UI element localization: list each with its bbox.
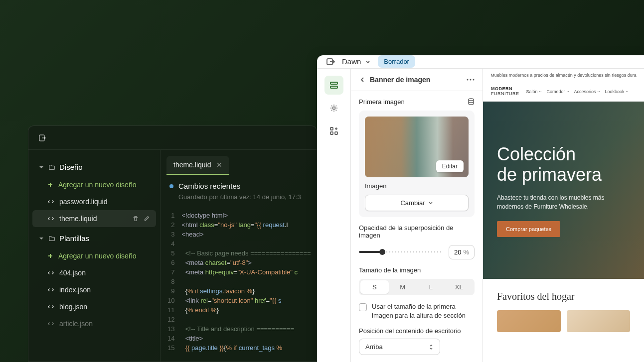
plus-icon [47, 253, 53, 259]
status-dot [169, 184, 173, 188]
hero-cta-button[interactable]: Comprar paquetes [497, 221, 560, 237]
size-label: Tamaño de la imagen [359, 266, 475, 274]
tab-bar: theme.liquid ✕ [161, 150, 317, 175]
svg-rect-3 [330, 86, 337, 88]
nav-salon[interactable]: Salón [526, 89, 542, 94]
opacity-slider[interactable] [359, 251, 443, 253]
chevron-left-icon[interactable] [359, 76, 366, 83]
code-file-icon [47, 269, 54, 276]
nav-lookbook[interactable]: Lookbook [605, 89, 629, 94]
svg-point-8 [467, 79, 469, 80]
code-file-icon [47, 215, 54, 222]
database-icon[interactable] [468, 98, 475, 105]
editor-header [28, 126, 317, 150]
draft-badge: Borrador [378, 55, 415, 68]
checkbox-label: Usar el tamaño de la primera imagen para… [372, 302, 475, 320]
announcement-bar: Muebles modernos a precios de almacén y … [483, 69, 644, 82]
tab-theme[interactable]: theme.liquid ✕ [166, 156, 229, 175]
size-m[interactable]: M [389, 280, 417, 294]
recent-title: Cambios recientes [178, 182, 240, 190]
section-label: Plantillas [59, 234, 89, 242]
exit-icon[interactable] [38, 134, 46, 142]
svg-point-9 [470, 79, 472, 80]
file-404[interactable]: 404.json [32, 264, 156, 281]
opacity-value: 20 [454, 248, 461, 256]
position-select[interactable]: Arriba [359, 339, 440, 355]
theme-name: Dawn [342, 57, 361, 66]
image-type-label: Imagen [365, 182, 469, 190]
edit-icon[interactable] [143, 215, 150, 222]
size-section: Tamaño de la imagen S M L XL [351, 266, 483, 302]
code-main: theme.liquid ✕ Cambios recientes Guardad… [161, 150, 317, 362]
opacity-label: Opacidad de la superposición de imagen [359, 224, 475, 239]
size-xl[interactable]: XL [445, 280, 474, 294]
code-lines: <!doctype html> <html class="no-js" lang… [181, 211, 317, 362]
more-icon[interactable] [467, 79, 475, 81]
rail-apps-icon[interactable] [324, 121, 343, 140]
add-design-item[interactable]: Agregar un nuevo diseño [32, 176, 156, 193]
file-theme[interactable]: theme.liquid [32, 210, 156, 227]
svg-point-11 [469, 99, 474, 101]
recent-saved-text: Guardado por última vez: 14 de junio, 17… [178, 193, 308, 201]
chevron-down-icon [38, 236, 44, 241]
file-password[interactable]: password.liquid [32, 193, 156, 210]
close-icon[interactable]: ✕ [216, 161, 222, 169]
trash-icon[interactable] [132, 215, 139, 222]
hero-banner: Colección de primavera Abastece tu tiend… [483, 102, 644, 279]
exit-icon[interactable] [326, 57, 335, 66]
file-label: theme.liquid [59, 215, 97, 223]
tree-section-templates[interactable]: Plantillas [32, 229, 156, 247]
store-logo[interactable]: MODERN FURNITURE [491, 87, 519, 97]
tree-section-design[interactable]: Diseño [32, 158, 156, 176]
file-index[interactable]: index.json [32, 281, 156, 298]
plus-icon [47, 182, 53, 188]
file-label: password.liquid [59, 198, 108, 206]
file-label: 404.json [59, 269, 86, 277]
size-l[interactable]: L [417, 280, 445, 294]
store-preview: Muebles modernos a precios de almacén y … [483, 69, 644, 362]
nav-comedor[interactable]: Comedor [547, 89, 569, 94]
rail-settings-icon[interactable] [324, 99, 343, 118]
opacity-input[interactable]: 20 % [449, 245, 475, 259]
file-blog[interactable]: blog.json [32, 298, 156, 315]
code-file-icon [47, 286, 54, 293]
code-editor-panel: Diseño Agregar un nuevo diseño password.… [28, 125, 317, 362]
theme-selector[interactable]: Dawn [342, 57, 371, 66]
add-template-item[interactable]: Agregar un nuevo diseño [32, 247, 156, 264]
select-icon [429, 344, 434, 351]
code-file-icon [47, 320, 54, 327]
folder-icon [48, 164, 55, 171]
theme-customizer-panel: Dawn Borrador Banner de imagen [317, 55, 644, 362]
rail-sections-icon[interactable] [324, 76, 343, 95]
tab-label: theme.liquid [173, 161, 211, 169]
favorites-title: Favoritos del hogar [497, 291, 630, 302]
code-file-icon [47, 303, 54, 310]
hero-subtitle: Abastece tu tienda con los muebles más m… [497, 193, 627, 211]
file-label: index.json [59, 286, 91, 294]
product-card[interactable] [567, 310, 631, 332]
image-preview[interactable]: Editar [365, 117, 469, 177]
edit-button[interactable]: Editar [436, 160, 464, 172]
customizer-rail [317, 69, 351, 362]
svg-rect-5 [330, 127, 333, 130]
svg-rect-2 [330, 82, 337, 84]
file-article[interactable]: article.json [32, 315, 156, 332]
nav-accesorios[interactable]: Accesorios [574, 89, 600, 94]
first-image-label: Primera imagen [359, 98, 405, 106]
file-tree: Diseño Agregar un nuevo diseño password.… [28, 150, 161, 362]
customizer-header: Dawn Borrador [317, 55, 644, 69]
change-button[interactable]: Cambiar [365, 195, 469, 211]
svg-point-10 [473, 79, 475, 80]
file-label: blog.json [59, 303, 87, 311]
customizer-sidebar: Banner de imagen Primera imagen Editar I… [351, 69, 483, 362]
size-s[interactable]: S [360, 280, 389, 294]
code-file-icon [47, 198, 54, 205]
use-image-height-checkbox[interactable] [359, 303, 367, 311]
code-content[interactable]: 123456789101112131415 <!doctype html> <h… [161, 208, 317, 362]
file-label: article.json [59, 320, 93, 328]
add-label: Agregar un nuevo diseño [58, 181, 136, 189]
change-label: Cambiar [400, 199, 425, 207]
line-numbers: 123456789101112131415 [161, 211, 181, 362]
store-nav: Salón Comedor Accesorios Lookbook [526, 89, 629, 94]
product-card[interactable] [497, 310, 561, 332]
